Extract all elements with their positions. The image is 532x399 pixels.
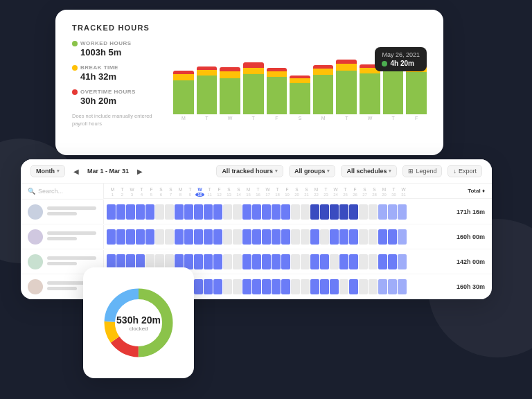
row-total: 142h 00m [450,258,492,265]
day-cell [223,254,232,269]
day-cell [320,279,329,294]
day-cell [194,204,203,220]
day-cell [242,279,251,294]
day-cell [359,204,368,220]
day-cell [378,279,387,294]
day-cell [369,279,378,294]
day-cell [330,229,339,245]
day-cell [213,204,222,220]
groups-arrow-icon: ▾ [327,168,330,174]
day-cell [339,229,348,245]
day-cell [184,254,193,269]
schedules-filter[interactable]: All schedules ▾ [341,165,397,177]
row-total: 171h 16m [450,209,492,215]
day-cell [116,204,125,220]
day-cell [272,279,281,294]
day-cell [291,204,300,220]
day-cell [320,204,329,220]
legend-panel: WORKED HOURS 1003h 5m BREAK TIME 41h 32m… [72,40,162,144]
day-cell [223,229,232,245]
break-value: 41h 32m [80,71,162,82]
day-cell [107,229,116,245]
table-row: 171h 16m [21,200,492,224]
export-icon: ↓ [453,168,456,175]
day-cell [388,254,397,269]
day-cell [242,204,251,220]
hours-filter[interactable]: All tracked hours ▾ [216,165,283,177]
day-cell [281,254,290,269]
groups-filter[interactable]: All groups ▾ [289,165,336,177]
day-cell [252,254,261,269]
prev-month-button[interactable]: ◀ [71,166,82,177]
legend-icon: ⊞ [408,168,414,175]
row-total: 160h 30m [450,283,492,290]
worked-value: 1003h 5m [80,47,162,57]
next-month-button[interactable]: ▶ [134,166,145,177]
search-input-display[interactable]: 🔍 Search... [28,188,96,195]
day-cell [136,204,145,220]
search-icon: 🔍 [28,188,35,195]
day-cell [398,204,407,220]
timesheet-header: Month ▾ ◀ Mar 1 - Mar 31 ▶ All tracked h… [21,159,492,184]
month-arrow-icon: ▾ [57,168,60,174]
day-cell [369,229,378,245]
donut-card: 530h 20m clocked [83,267,194,378]
day-cell [301,229,310,245]
day-cell [184,204,193,220]
day-cell [388,279,397,294]
legend-overtime: OVERTIME HOURS 30h 20m [72,89,162,106]
day-cell [349,254,358,269]
bar-group: T [197,66,218,121]
overtime-value: 30h 20m [80,96,162,106]
day-cell [272,254,281,269]
export-button[interactable]: ↓ Export [447,165,482,177]
day-cell [369,254,378,269]
day-cell [213,279,222,294]
day-cell [116,229,125,245]
day-cell [388,229,397,245]
donut-sub: clocked [116,326,161,332]
day-cell [388,204,397,220]
bar-group: T [243,62,264,121]
day-cell [204,279,213,294]
legend-button[interactable]: ⊞ Legend [402,165,442,177]
day-cell [330,254,339,269]
month-filter[interactable]: Month ▾ [30,165,65,177]
legend-break: BREAK TIME 41h 32m [72,64,162,82]
day-cell [398,229,407,245]
day-cell [107,204,116,220]
day-cell [204,229,213,245]
day-cell [223,279,232,294]
donut-center: 530h 20m clocked [116,314,161,332]
day-cell [320,229,329,245]
bar-group: W [220,67,240,121]
day-cell [378,229,387,245]
day-cell [155,204,164,220]
day-cell [262,204,271,220]
day-cell [349,279,358,294]
day-cell [165,204,174,220]
total-header: Total ♦ [450,184,492,199]
day-cell [359,254,368,269]
bar-group: M [173,71,194,121]
day-cell [330,279,339,294]
day-cell [252,279,261,294]
day-cell [136,229,145,245]
bar-group: F [267,68,287,121]
day-cell [281,204,290,220]
day-cell [262,229,271,245]
day-cell [223,204,232,220]
avatar [28,254,43,269]
day-cell [242,229,251,245]
day-cell [359,229,368,245]
bar-group: W [360,64,380,121]
day-cell [252,229,261,245]
day-cell [310,279,319,294]
day-cell [262,254,271,269]
day-cell [310,204,319,220]
day-cell [272,229,281,245]
day-cell [233,229,242,245]
day-cell [310,229,319,245]
chart-area: MTWTFSMTWTF May 26, 2021 4h 20m [173,40,427,144]
day-cell [398,254,407,269]
